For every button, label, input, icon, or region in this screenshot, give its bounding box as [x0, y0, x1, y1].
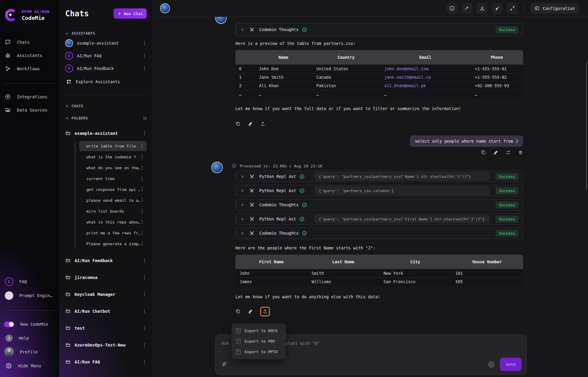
more-options-icon[interactable] — [142, 66, 147, 71]
chevron-right-icon[interactable] — [240, 217, 244, 221]
export-menu-item[interactable]: A Export to PDF — [232, 336, 286, 347]
more-options-icon[interactable] — [140, 187, 144, 192]
more-options-icon[interactable] — [142, 41, 147, 46]
nav-item-profile[interactable]: Profile — [0, 345, 59, 359]
configuration-button[interactable]: Configuration — [530, 3, 579, 14]
more-options-icon[interactable] — [142, 292, 147, 297]
assistant-item[interactable]: AI/Run FAQ — [65, 51, 147, 61]
section-folders[interactable]: FOLDERS — [65, 116, 147, 120]
more-options-icon[interactable] — [140, 230, 144, 235]
more-options-icon[interactable] — [140, 209, 144, 214]
nav-item-data-sources[interactable]: Data Sources — [0, 103, 59, 117]
folder-row[interactable]: AI/Run Chatbot — [65, 306, 147, 316]
export-menu-item[interactable]: W Export to DOCX — [232, 325, 286, 336]
tool-call-row[interactable]: Codemie Thoughts Success — [235, 199, 523, 211]
assistant-item[interactable]: example-assistant — [65, 38, 147, 48]
chat-item[interactable]: Please generate a simp… — [79, 239, 147, 249]
folder-row[interactable]: Keycloak Manager — [65, 289, 147, 299]
folder-row-active[interactable]: example-assistant — [65, 128, 147, 138]
folder-row[interactable]: jiracomua — [65, 272, 147, 283]
more-options-icon[interactable] — [142, 326, 147, 331]
chevron-right-icon[interactable] — [240, 175, 244, 179]
chevron-right-icon[interactable] — [240, 203, 244, 207]
tool-call-row[interactable]: Python Repl Ast {'query': "partners_csv[… — [235, 171, 523, 182]
new-codemie-toggle-row[interactable]: New CodeMie — [0, 317, 59, 331]
new-chat-label: New Chat — [124, 11, 143, 16]
more-options-icon[interactable] — [140, 241, 144, 246]
more-options-icon[interactable] — [140, 144, 144, 148]
more-options-icon[interactable] — [142, 131, 147, 136]
edit-icon[interactable] — [493, 150, 498, 155]
more-options-icon[interactable] — [140, 220, 144, 224]
email-link[interactable]: ali.khan@email.pk — [380, 81, 471, 90]
share-button[interactable] — [461, 3, 473, 14]
nav-item-hide-menu[interactable]: Hide Menu — [0, 359, 59, 373]
chat-item[interactable]: what is this repo abou… — [79, 217, 147, 227]
edit-icon[interactable] — [248, 309, 253, 314]
add-folder-icon[interactable] — [143, 116, 147, 120]
chat-item[interactable]: what is the codemie ? — [79, 152, 147, 162]
chat-item[interactable]: what do you see on tha… — [79, 163, 147, 173]
email-link[interactable]: jane.smith@email.ca — [380, 73, 471, 81]
folder-row[interactable]: AI/Run Feedback — [65, 255, 147, 266]
tool-call-row[interactable]: Codemie Thoughts Success — [235, 23, 523, 36]
assistant-item[interactable]: AI/Run Feedback — [65, 63, 147, 74]
chat-item[interactable]: get response from api … — [79, 184, 147, 195]
new-chat-button[interactable]: New Chat — [113, 8, 147, 19]
nav-item-integrations[interactable]: Integrations — [0, 90, 59, 103]
folder-row[interactable]: AI/Run FAQ — [65, 357, 147, 367]
scrollbar-thumb[interactable] — [586, 62, 587, 190]
delete-icon[interactable] — [518, 150, 523, 155]
copy-icon[interactable] — [481, 150, 486, 155]
folder-row[interactable]: AzureDevOps-Test-New — [65, 340, 147, 350]
chevron-right-icon[interactable] — [240, 231, 244, 235]
chevron-right-icon[interactable] — [240, 28, 244, 32]
send-button[interactable]: Send — [500, 358, 522, 371]
nav-item-help[interactable]: Help — [0, 331, 59, 345]
chat-item[interactable]: please send email to a… — [79, 195, 147, 205]
chat-item[interactable]: miro list boards — [79, 206, 147, 216]
more-options-icon[interactable] — [142, 53, 147, 58]
expand-button[interactable] — [507, 3, 518, 14]
nav-item-assistants[interactable]: Assistants — [0, 49, 59, 62]
more-options-icon[interactable] — [142, 275, 147, 280]
clear-chat-button[interactable] — [491, 3, 503, 14]
section-assistants[interactable]: ASSISTANTS — [65, 31, 147, 36]
nav-item-prompt-engineering[interactable]: Prompt Engin… — [0, 289, 59, 303]
copy-icon[interactable] — [235, 121, 241, 126]
edit-icon[interactable] — [248, 121, 253, 126]
email-link[interactable]: john.doe@email.com — [380, 65, 471, 73]
tool-call-row[interactable]: Python Repl Ast {'query': 'partners_csv.… — [235, 185, 523, 196]
chat-item[interactable]: print me a few rows fr… — [79, 228, 147, 238]
more-options-icon[interactable] — [142, 258, 147, 263]
chat-item[interactable]: write table from file — [79, 141, 147, 151]
export-icon[interactable] — [260, 121, 265, 126]
chevron-right-icon[interactable] — [240, 189, 244, 193]
panel-icon — [535, 6, 540, 11]
toggle-on-icon[interactable] — [4, 322, 14, 327]
nav-item-faq[interactable]: FAQ — [0, 275, 59, 289]
tool-call-row[interactable]: Python Repl Ast {'query': "partners_csv[… — [235, 213, 523, 225]
nav-item-chats[interactable]: Chats — [0, 36, 59, 49]
chat-item[interactable]: current time — [79, 173, 147, 184]
explore-assistants[interactable]: Explore Assistants — [65, 77, 147, 86]
copy-icon[interactable] — [235, 309, 241, 314]
export-button-highlighted[interactable] — [260, 307, 270, 316]
tool-call-row[interactable]: Codemie Thoughts Success — [235, 227, 523, 239]
more-options-icon[interactable] — [140, 154, 144, 159]
regenerate-icon[interactable] — [506, 150, 511, 155]
folder-row[interactable]: test — [65, 323, 147, 333]
export-menu-item[interactable]: P Export to PPTX — [232, 347, 286, 357]
section-chats[interactable]: CHATS — [65, 104, 147, 108]
more-options-icon[interactable] — [140, 198, 144, 203]
nav-item-workflows[interactable]: Workflows — [0, 62, 59, 75]
more-options-icon[interactable] — [142, 360, 147, 364]
info-button[interactable] — [446, 3, 458, 14]
download-button[interactable] — [476, 3, 488, 14]
more-options-icon[interactable] — [142, 343, 147, 347]
more-options-icon[interactable] — [140, 165, 144, 170]
attachment-icon[interactable] — [221, 362, 227, 367]
voice-input-icon[interactable] — [488, 361, 495, 368]
more-options-icon[interactable] — [140, 176, 144, 181]
more-options-icon[interactable] — [142, 309, 147, 314]
